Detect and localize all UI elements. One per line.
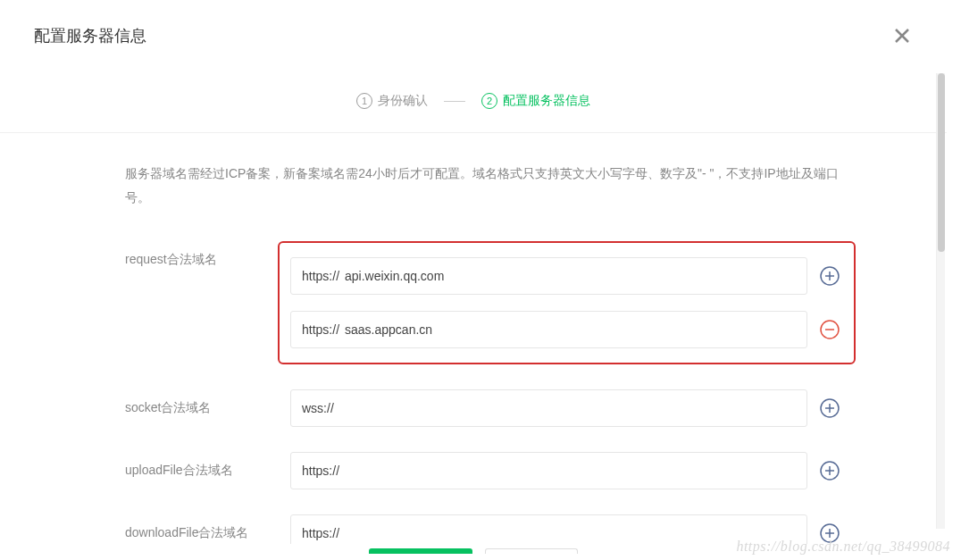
request-prefix-1: https:// bbox=[302, 322, 339, 337]
uploadfile-field-row: uploadFile合法域名 https:// bbox=[125, 452, 840, 489]
add-icon[interactable] bbox=[820, 398, 840, 418]
uploadfile-input-group-0: https:// bbox=[290, 452, 840, 489]
socket-inputs: wss:// bbox=[290, 389, 840, 427]
modal-header: 配置服务器信息 bbox=[0, 0, 947, 46]
step-1-number: 1 bbox=[356, 93, 372, 109]
socket-field-row: socket合法域名 wss:// bbox=[125, 389, 840, 427]
request-value-1: saas.appcan.cn bbox=[345, 322, 796, 337]
downloadfile-label: downloadFile合法域名 bbox=[125, 514, 290, 541]
request-inputs-highlight: https:// api.weixin.qq.com https:// saas… bbox=[278, 241, 856, 364]
request-label: request合法域名 bbox=[125, 241, 290, 268]
add-icon[interactable] bbox=[820, 461, 840, 481]
downloadfile-field-row: downloadFile合法域名 https:// bbox=[125, 514, 840, 544]
downloadfile-prefix-0: https:// bbox=[302, 526, 339, 540]
request-input-0[interactable]: https:// api.weixin.qq.com bbox=[290, 257, 807, 295]
socket-input-0[interactable]: wss:// bbox=[290, 389, 807, 427]
uploadfile-prefix-0: https:// bbox=[302, 464, 339, 478]
request-prefix-0: https:// bbox=[302, 269, 339, 283]
uploadfile-inputs: https:// bbox=[290, 452, 840, 489]
socket-prefix-0: wss:// bbox=[302, 401, 334, 415]
step-divider bbox=[444, 101, 465, 102]
save-button[interactable] bbox=[369, 548, 472, 554]
request-input-group-1: https:// saas.appcan.cn bbox=[290, 311, 840, 348]
description-text: 服务器域名需经过ICP备案，新备案域名需24小时后才可配置。域名格式只支持英文大… bbox=[125, 162, 840, 209]
request-field-row: request合法域名 https:// api.weixin.qq.com h… bbox=[125, 241, 840, 364]
scrollbar-thumb[interactable] bbox=[938, 73, 945, 252]
socket-label: socket合法域名 bbox=[125, 389, 290, 416]
uploadfile-input-0[interactable]: https:// bbox=[290, 452, 807, 489]
step-2-number: 2 bbox=[481, 93, 497, 109]
socket-input-group-0: wss:// bbox=[290, 389, 840, 427]
step-2-label: 配置服务器信息 bbox=[503, 93, 590, 109]
step-2: 2 配置服务器信息 bbox=[481, 93, 590, 109]
close-icon[interactable] bbox=[891, 25, 913, 46]
cancel-button[interactable] bbox=[485, 548, 578, 554]
uploadfile-label: uploadFile合法域名 bbox=[125, 452, 290, 479]
config-server-modal: 配置服务器信息 1 身份确认 2 配置服务器信息 服务器域名需经过ICP备案，新… bbox=[0, 0, 947, 554]
scrollbar[interactable] bbox=[936, 73, 945, 529]
remove-icon[interactable] bbox=[820, 320, 840, 339]
request-value-0: api.weixin.qq.com bbox=[345, 269, 796, 283]
request-input-1[interactable]: https:// saas.appcan.cn bbox=[290, 311, 807, 348]
modal-title: 配置服务器信息 bbox=[34, 25, 146, 46]
modal-content: 服务器域名需经过ICP备案，新备案域名需24小时后才可配置。域名格式只支持英文大… bbox=[0, 133, 947, 544]
step-indicator: 1 身份确认 2 配置服务器信息 bbox=[0, 93, 947, 133]
downloadfile-input-0[interactable]: https:// bbox=[290, 514, 807, 544]
step-1-label: 身份确认 bbox=[378, 93, 428, 109]
watermark: https://blog.csdn.net/qq_38499084 bbox=[736, 539, 950, 555]
request-input-group-0: https:// api.weixin.qq.com bbox=[290, 257, 840, 295]
add-icon[interactable] bbox=[820, 266, 840, 286]
step-1: 1 身份确认 bbox=[356, 93, 428, 109]
